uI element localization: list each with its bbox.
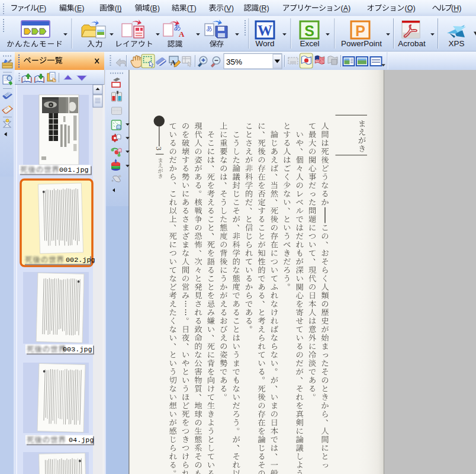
svg-text:PowerPoint: PowerPoint (341, 39, 382, 48)
svg-text:001.jpg: 001.jpg (59, 166, 89, 174)
svg-text:Excel: Excel (300, 39, 319, 48)
svg-text:04.jpg: 04.jpg (69, 436, 94, 444)
svg-text:XPS: XPS (448, 39, 464, 48)
svg-text:3: 3 (155, 147, 163, 150)
svg-text:W: W (258, 23, 272, 39)
svg-text:(O): (O) (405, 4, 416, 12)
svg-text:(E): (E) (75, 4, 85, 12)
svg-text:(V): (V) (224, 4, 234, 12)
svg-text:(B): (B) (150, 4, 160, 12)
svg-text:Word: Word (255, 39, 274, 48)
svg-text:P: P (355, 23, 365, 39)
svg-text:003.jpg: 003.jpg (63, 345, 92, 354)
svg-text:(R): (R) (259, 4, 269, 12)
svg-text:(I): (I) (115, 4, 122, 12)
svg-text:35%: 35% (226, 57, 242, 66)
svg-text:(H): (H) (451, 4, 461, 12)
svg-text:A: A (179, 30, 185, 39)
svg-text:002.jpg: 002.jpg (66, 256, 95, 264)
svg-text:(A): (A) (341, 4, 351, 12)
svg-text:Acrobat: Acrobat (398, 39, 426, 48)
svg-text:S: S (304, 23, 314, 39)
svg-text:(T): (T) (187, 4, 197, 12)
svg-text:(F): (F) (37, 4, 46, 12)
